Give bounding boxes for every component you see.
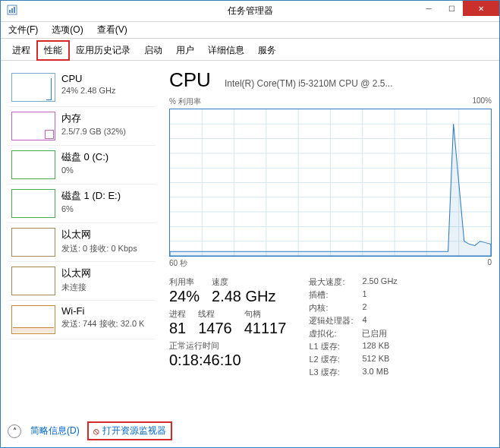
sidebar-name: 内存 — [61, 112, 126, 125]
tab-6[interactable]: 服务 — [251, 41, 283, 60]
tabbar: 进程性能应用历史记录启动用户详细信息服务 — [1, 39, 499, 61]
sidebar-name: CPU — [61, 73, 116, 84]
thumb-disk-icon — [11, 189, 55, 218]
sidebar-sub: 2.5/7.9 GB (32%) — [61, 127, 126, 136]
sidebar-name: 磁盘 0 (C:) — [61, 150, 108, 164]
stats-col-right: 最大速度:2.50 GHz 插槽:1 内核:2 逻辑处理器:4 虚拟化:已启用 … — [309, 276, 397, 380]
chart-bottom-labels: 60 秒 0 — [169, 258, 492, 269]
thumb-wifi-icon — [11, 305, 55, 334]
l2-value: 512 KB — [362, 354, 389, 365]
sidebar-item-4[interactable]: 以太网 发送: 0 接收: 0 Kbps — [8, 223, 156, 262]
cpu-title: CPU — [169, 68, 211, 92]
sidebar-item-2[interactable]: 磁盘 0 (C:) 0% — [8, 146, 156, 185]
svg-rect-2 — [11, 8, 13, 13]
sidebar-sub: 6% — [61, 204, 121, 213]
tab-4[interactable]: 用户 — [169, 41, 201, 60]
sidebar-sub: 发送: 744 接收: 32.0 K — [61, 318, 144, 330]
l3-value: 3.0 MB — [362, 367, 388, 378]
thumb-eth-icon — [11, 267, 55, 295]
cores-label: 内核: — [309, 302, 362, 314]
sidebar[interactable]: CPU 24% 2.48 GHz 内存 2.5/7.9 GB (32%) 磁盘 … — [8, 68, 160, 429]
sidebar-name: Wi-Fi — [61, 305, 144, 317]
cores-value: 2 — [362, 302, 366, 314]
resmon-icon: ⦸ — [93, 426, 99, 437]
speed-value: 2.48 GHz — [212, 288, 275, 305]
window-title: 任务管理器 — [228, 5, 273, 17]
footer: ˄ 简略信息(D) ⦸ 打开资源监视器 — [8, 423, 492, 439]
titlebar: 任务管理器 ─ ☐ ✕ — [1, 1, 499, 22]
proc-value: 81 — [169, 320, 186, 337]
sidebar-item-3[interactable]: 磁盘 1 (D: E:) 6% — [8, 185, 156, 223]
maximize-button[interactable]: ☐ — [440, 1, 463, 16]
stats-col-left: 利用率 24% 速度 2.48 GHz 进程 81 线程 1476 句柄 411… — [169, 276, 286, 380]
main-panel: CPU Intel(R) Core(TM) i5-3210M CPU @ 2.5… — [160, 68, 492, 429]
fewer-details-link[interactable]: 简略信息(D) — [30, 424, 80, 437]
open-resmon-link[interactable]: ⦸ 打开资源监视器 — [89, 423, 171, 439]
l2-label: L2 缓存: — [309, 354, 362, 365]
uptime-label: 正常运行时间 — [169, 340, 286, 352]
svg-rect-3 — [14, 7, 15, 13]
chart-ymax: 100% — [472, 96, 492, 107]
speed-label: 速度 — [212, 276, 275, 288]
virt-value: 已启用 — [362, 328, 387, 339]
chart-top-labels: % 利用率 100% — [169, 96, 492, 107]
thumb-eth-icon — [11, 228, 55, 257]
util-label: 利用率 — [169, 276, 200, 288]
thumb-disk-icon — [11, 150, 55, 179]
chart-xright: 0 — [487, 258, 492, 269]
minimize-button[interactable]: ─ — [417, 1, 440, 16]
lproc-value: 4 — [362, 315, 366, 327]
hnd-label: 句柄 — [244, 308, 287, 320]
chart-xleft: 60 秒 — [169, 258, 187, 269]
lproc-label: 逻辑处理器: — [309, 315, 362, 327]
sidebar-sub: 24% 2.48 GHz — [61, 86, 116, 95]
content: CPU 24% 2.48 GHz 内存 2.5/7.9 GB (32%) 磁盘 … — [1, 61, 499, 429]
sidebar-item-0[interactable]: CPU 24% 2.48 GHz — [8, 68, 156, 107]
sockets-label: 插槽: — [309, 289, 362, 301]
sidebar-name: 磁盘 1 (D: E:) — [61, 189, 121, 203]
util-value: 24% — [169, 288, 200, 305]
sidebar-name: 以太网 — [61, 228, 137, 241]
collapse-icon[interactable]: ˄ — [8, 424, 21, 438]
cpu-chart — [169, 109, 492, 257]
menu-view[interactable]: 查看(V) — [94, 22, 131, 38]
l1-value: 128 KB — [362, 341, 389, 352]
cpu-header: CPU Intel(R) Core(TM) i5-3210M CPU @ 2.5… — [169, 68, 492, 92]
chart-ylabel: % 利用率 — [169, 96, 201, 107]
thr-label: 线程 — [198, 308, 232, 320]
cpu-model: Intel(R) Core(TM) i5-3210M CPU @ 2.5... — [225, 78, 393, 89]
thumb-cpu-icon — [11, 73, 55, 102]
svg-rect-1 — [9, 10, 11, 13]
sockets-value: 1 — [362, 289, 366, 301]
sidebar-name: 以太网 — [61, 267, 91, 280]
maxspeed-label: 最大速度: — [309, 276, 362, 288]
menu-file[interactable]: 文件(F) — [5, 22, 41, 38]
l3-label: L3 缓存: — [309, 367, 362, 378]
window-controls: ─ ☐ ✕ — [417, 1, 499, 16]
tab-5[interactable]: 详细信息 — [201, 41, 251, 60]
sidebar-sub: 发送: 0 接收: 0 Kbps — [61, 243, 137, 254]
app-icon — [7, 5, 17, 17]
uptime-value: 0:18:46:10 — [169, 352, 286, 369]
tab-3[interactable]: 启动 — [137, 41, 169, 60]
tab-0[interactable]: 进程 — [5, 41, 37, 60]
proc-label: 进程 — [169, 308, 186, 320]
sidebar-sub: 未连接 — [61, 282, 91, 293]
sidebar-item-1[interactable]: 内存 2.5/7.9 GB (32%) — [8, 107, 156, 146]
tab-1[interactable]: 性能 — [37, 41, 69, 60]
resmon-label: 打开资源监视器 — [102, 424, 166, 437]
maxspeed-value: 2.50 GHz — [362, 276, 397, 288]
menubar: 文件(F) 选项(O) 查看(V) — [1, 22, 499, 39]
l1-label: L1 缓存: — [309, 341, 362, 352]
sidebar-sub: 0% — [61, 166, 108, 175]
tab-2[interactable]: 应用历史记录 — [69, 41, 137, 60]
cpu-stats: 利用率 24% 速度 2.48 GHz 进程 81 线程 1476 句柄 411… — [169, 276, 492, 380]
hnd-value: 41117 — [244, 320, 287, 337]
sidebar-item-5[interactable]: 以太网 未连接 — [8, 262, 156, 301]
sidebar-item-6[interactable]: Wi-Fi 发送: 744 接收: 32.0 K — [8, 301, 156, 339]
virt-label: 虚拟化: — [309, 328, 362, 339]
menu-options[interactable]: 选项(O) — [49, 22, 86, 38]
close-button[interactable]: ✕ — [463, 1, 499, 16]
thr-value: 1476 — [198, 320, 232, 337]
thumb-mem-icon — [11, 112, 55, 140]
